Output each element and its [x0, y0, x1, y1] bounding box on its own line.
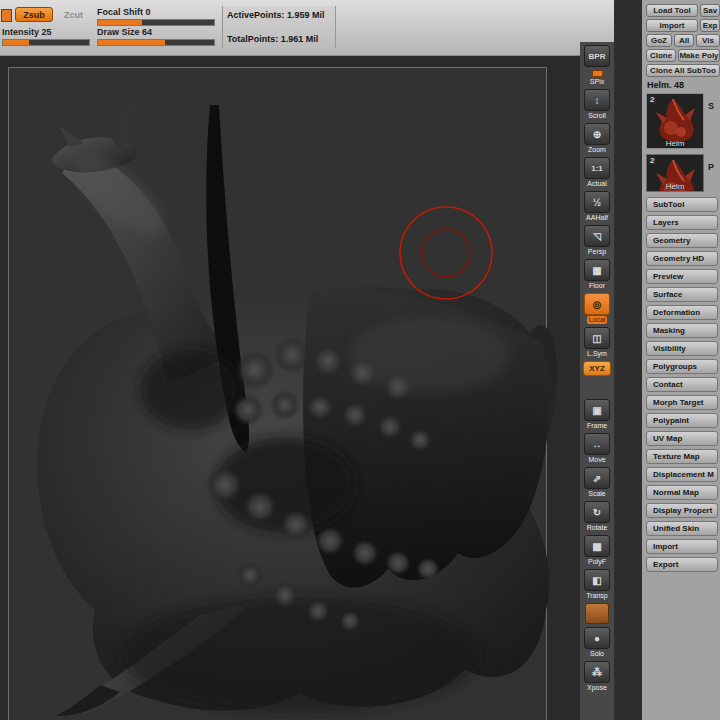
- move-icon: ↔: [584, 433, 610, 455]
- focal-shift-track[interactable]: [97, 19, 215, 26]
- subtool-row: 2HelmP: [646, 154, 720, 192]
- document-canvas[interactable]: [0, 55, 580, 720]
- top-shelf: Zsub Zcut Focal Shift 0 Intensity 25 Dra…: [0, 0, 614, 56]
- shelf-xyz-button[interactable]: XYZ: [583, 361, 611, 376]
- clipped-side-label: P: [708, 162, 714, 172]
- section-normal-map[interactable]: Normal Map: [646, 485, 718, 500]
- shelf-polyf-button[interactable]: ▩PolyF: [584, 535, 610, 566]
- vis-button[interactable]: Vis: [696, 34, 720, 47]
- subtool-badge: 2: [648, 95, 656, 104]
- polyf-label: PolyF: [588, 558, 606, 566]
- shelf-scale-button[interactable]: ⇗Scale: [584, 467, 610, 498]
- intensity-track[interactable]: [2, 39, 90, 46]
- section-import[interactable]: Import: [646, 539, 718, 554]
- section-texture-map[interactable]: Texture Map: [646, 449, 718, 464]
- section-deformation[interactable]: Deformation: [646, 305, 718, 320]
- l-sym-icon: ◫: [584, 327, 610, 349]
- persp-label: Persp: [588, 248, 606, 256]
- shelf-aahalf-button[interactable]: ½AAHalf: [584, 191, 610, 222]
- color-swatch[interactable]: [1, 9, 12, 22]
- brush-cursor: [400, 207, 492, 299]
- transp-icon: ◧: [584, 569, 610, 591]
- palette-sections: SubToolLayersGeometryGeometry HDPreviewS…: [646, 197, 720, 572]
- subtool-thumbnail-helm[interactable]: 2Helm: [646, 93, 704, 149]
- shelf-xpose-button[interactable]: ⁂Xpose: [584, 661, 610, 692]
- local-label: Local: [587, 316, 608, 324]
- local-icon: ◎: [584, 293, 610, 315]
- intensity-slider[interactable]: Intensity 25: [2, 27, 90, 46]
- sav-button[interactable]: Sav: [700, 4, 720, 17]
- shelf-scroll-button[interactable]: ↕Scroll: [584, 89, 610, 120]
- section-display-propert[interactable]: Display Propert: [646, 503, 718, 518]
- persp-icon: ◹: [584, 225, 610, 247]
- shelf-transp-button[interactable]: ◧Transp: [584, 569, 610, 600]
- actual-label: Actual: [587, 180, 606, 188]
- section-geometry[interactable]: Geometry: [646, 233, 718, 248]
- floor-label: Floor: [589, 282, 605, 290]
- section-layers[interactable]: Layers: [646, 215, 718, 230]
- exp-button[interactable]: Exp: [700, 19, 720, 32]
- draw-size-track[interactable]: [97, 39, 215, 46]
- clone-button[interactable]: Clone: [646, 49, 676, 62]
- shelf-persp-button[interactable]: ◹Persp: [584, 225, 610, 256]
- xpose-icon: ⁂: [584, 661, 610, 683]
- shelf-frame-button[interactable]: ▣Frame: [584, 399, 610, 430]
- section-masking[interactable]: Masking: [646, 323, 718, 338]
- tool-button-row: ImportExp: [646, 19, 720, 32]
- current-tool-name: Helm. 48: [647, 80, 720, 90]
- spix-label: SPix: [590, 78, 604, 86]
- shelf-rotate-button[interactable]: ↻Rotate: [584, 501, 610, 532]
- shelf-spix-button[interactable]: SPix: [590, 70, 604, 86]
- shelf-solo-button[interactable]: ●Solo: [584, 627, 610, 658]
- section-geometry-hd[interactable]: Geometry HD: [646, 251, 718, 266]
- section-polygroups[interactable]: Polygroups: [646, 359, 718, 374]
- section-polypaint[interactable]: Polypaint: [646, 413, 718, 428]
- shelf-l-sym-button[interactable]: ◫L.Sym: [584, 327, 610, 358]
- subtool-list: 2HelmS 2HelmP: [646, 93, 720, 192]
- shelf-actual-button[interactable]: 1:1Actual: [584, 157, 610, 188]
- l-sym-label: L.Sym: [587, 350, 607, 358]
- floor-icon: ▦: [584, 259, 610, 281]
- section-contact[interactable]: Contact: [646, 377, 718, 392]
- focal-shift-slider[interactable]: Focal Shift 0: [97, 7, 215, 26]
- shelf-floor-button[interactable]: ▦Floor: [584, 259, 610, 290]
- subtool-thumbnail-helm[interactable]: 2Helm: [646, 154, 704, 192]
- sculpt-model-dragon[interactable]: [0, 55, 580, 720]
- bpr-icon: BPR: [584, 45, 610, 67]
- section-subtool[interactable]: SubTool: [646, 197, 718, 212]
- load-tool-button[interactable]: Load Tool: [646, 4, 698, 17]
- section-preview[interactable]: Preview: [646, 269, 718, 284]
- move-label: Move: [588, 456, 605, 464]
- all-button[interactable]: All: [674, 34, 694, 47]
- section-displacement-m[interactable]: Displacement M: [646, 467, 718, 482]
- shelf-bpr-button[interactable]: BPR: [584, 45, 610, 67]
- section-visibility[interactable]: Visibility: [646, 341, 718, 356]
- shelf-ghost-toggle-button[interactable]: [585, 603, 609, 624]
- import-button[interactable]: Import: [646, 19, 698, 32]
- zcut-button[interactable]: Zcut: [58, 7, 92, 22]
- tool-button-row: CloneMake Poly: [646, 49, 720, 62]
- section-morph-target[interactable]: Morph Target: [646, 395, 718, 410]
- focal-shift-label: Focal Shift 0: [97, 7, 215, 17]
- shelf-move-button[interactable]: ↔Move: [584, 433, 610, 464]
- zsub-button[interactable]: Zsub: [15, 7, 53, 22]
- shelf-local-button[interactable]: ◎Local: [584, 293, 610, 324]
- tool-buttons: Load ToolSavImportExpGoZAllVisCloneMake …: [646, 4, 720, 77]
- goz-button[interactable]: GoZ: [646, 34, 672, 47]
- point-counters: ActivePoints: 1.959 Mil TotalPoints: 1.9…: [222, 6, 336, 48]
- scale-label: Scale: [588, 490, 606, 498]
- draw-size-slider[interactable]: Draw Size 64: [97, 27, 215, 46]
- shelf-zoom-button[interactable]: ⊕Zoom: [584, 123, 610, 154]
- section-uv-map[interactable]: UV Map: [646, 431, 718, 446]
- clone-all-subtoo-button[interactable]: Clone All SubToo: [646, 64, 720, 77]
- solo-label: Solo: [590, 650, 604, 658]
- frame-icon: ▣: [584, 399, 610, 421]
- section-surface[interactable]: Surface: [646, 287, 718, 302]
- section-export[interactable]: Export: [646, 557, 718, 572]
- intensity-label: Intensity 25: [2, 27, 90, 37]
- make-poly-button[interactable]: Make Poly: [678, 49, 720, 62]
- clipped-side-label: S: [708, 101, 714, 111]
- right-shelf: BPRSPix↕Scroll⊕Zoom1:1Actual½AAHalf◹Pers…: [580, 42, 614, 720]
- section-unified-skin[interactable]: Unified Skin: [646, 521, 718, 536]
- spix-indicator-icon: [592, 70, 603, 77]
